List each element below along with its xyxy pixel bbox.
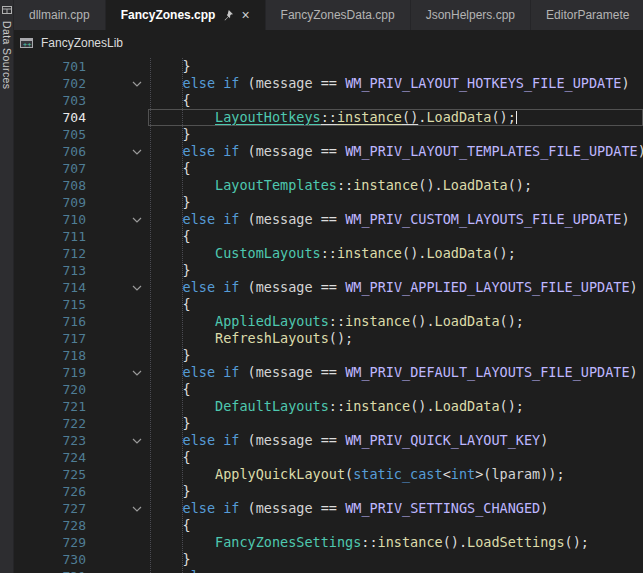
code-line: 711 {: [14, 228, 643, 245]
code-text[interactable]: LayoutTemplates::instance().LoadData();: [148, 177, 643, 194]
pin-icon[interactable]: [222, 9, 234, 21]
code-text[interactable]: }: [148, 194, 643, 211]
line-number: 731: [14, 568, 86, 573]
code-line: 702 else if (message == WM_PRIV_LAYOUT_H…: [14, 75, 643, 92]
fold-margin: [86, 381, 148, 398]
code-text[interactable]: else if (message == WM_PRIV_DEFAULT_LAYO…: [148, 364, 643, 381]
code-text[interactable]: else if (message == WM_PRIV_CUSTOM_LAYOU…: [148, 211, 643, 228]
code-line: 713 }: [14, 262, 643, 279]
code-text[interactable]: }: [148, 347, 643, 364]
data-sources-icon: [2, 5, 12, 15]
fold-margin: [86, 228, 148, 245]
fold-chevron-icon[interactable]: [86, 500, 148, 517]
code-line: 705 }: [14, 126, 643, 143]
line-number: 709: [14, 194, 86, 211]
line-number: 710: [14, 211, 86, 228]
line-number: 716: [14, 313, 86, 330]
fold-margin: [86, 330, 148, 347]
line-number: 722: [14, 415, 86, 432]
fold-chevron-icon[interactable]: [86, 75, 148, 92]
code-text[interactable]: else if (message == WM_PRIV_APPLIED_LAYO…: [148, 279, 643, 296]
code-text[interactable]: {: [148, 449, 643, 466]
fold-margin: [86, 551, 148, 568]
tab-dllmain.cpp[interactable]: dllmain.cpp: [14, 0, 106, 30]
code-line: 731 else: [14, 568, 643, 573]
tab-label: FancyZones.cpp: [121, 8, 216, 22]
code-text[interactable]: {: [148, 296, 643, 313]
code-line: 708 LayoutTemplates::instance().LoadData…: [14, 177, 643, 194]
code-line: 720 {: [14, 381, 643, 398]
code-editor: 701 }702 else if (message == WM_PRIV_LAY…: [14, 56, 643, 573]
fold-margin: [86, 245, 148, 262]
fold-chevron-icon[interactable]: [86, 279, 148, 296]
line-number: 707: [14, 160, 86, 177]
fold-chevron-icon[interactable]: [86, 143, 148, 160]
fold-margin: [86, 109, 148, 126]
code-text[interactable]: else if (message == WM_PRIV_SETTINGS_CHA…: [148, 500, 643, 517]
line-number: 720: [14, 381, 86, 398]
code-line: 729 FancyZonesSettings::instance().LoadS…: [14, 534, 643, 551]
code-text[interactable]: {: [148, 228, 643, 245]
fold-margin: [86, 347, 148, 364]
fold-margin: [86, 313, 148, 330]
line-number: 714: [14, 279, 86, 296]
close-icon[interactable]: ×: [241, 8, 249, 22]
code-lines: 701 }702 else if (message == WM_PRIV_LAY…: [14, 58, 643, 573]
line-number: 718: [14, 347, 86, 364]
code-text[interactable]: }: [148, 126, 643, 143]
fold-chevron-icon[interactable]: [86, 432, 148, 449]
code-text[interactable]: }: [148, 483, 643, 500]
code-text[interactable]: LayoutHotkeys::instance().LoadData();: [148, 109, 643, 126]
navigation-bar[interactable]: ++ FancyZonesLib: [14, 30, 643, 56]
project-icon: ++: [19, 35, 35, 51]
code-line: 721 DefaultLayouts::instance().LoadData(…: [14, 398, 643, 415]
code-text[interactable]: }: [148, 551, 643, 568]
code-text[interactable]: RefreshLayouts();: [148, 330, 643, 347]
tab-FancyZonesData.cpp[interactable]: FancyZonesData.cpp: [266, 0, 411, 30]
code-text[interactable]: else if (message == WM_PRIV_LAYOUT_HOTKE…: [148, 75, 643, 92]
code-text[interactable]: }: [148, 262, 643, 279]
code-text[interactable]: CustomLayouts::instance().LoadData();: [148, 245, 643, 262]
fold-margin: [86, 160, 148, 177]
fold-margin: [86, 449, 148, 466]
line-number: 715: [14, 296, 86, 313]
code-text[interactable]: {: [148, 160, 643, 177]
fold-margin: [86, 398, 148, 415]
line-number: 727: [14, 500, 86, 517]
line-number: 711: [14, 228, 86, 245]
code-text[interactable]: ApplyQuickLayout(static_cast<int>(lparam…: [148, 466, 643, 483]
tab-label: EditorParamete: [546, 8, 629, 22]
code-text[interactable]: else if (message == WM_PRIV_LAYOUT_TEMPL…: [148, 143, 643, 160]
line-number: 723: [14, 432, 86, 449]
code-text[interactable]: else: [148, 568, 643, 573]
tab-label: JsonHelpers.cpp: [426, 8, 515, 22]
fold-margin: [86, 534, 148, 551]
code-text[interactable]: else if (message == WM_PRIV_QUICK_LAYOUT…: [148, 432, 643, 449]
line-number: 703: [14, 92, 86, 109]
fold-chevron-icon[interactable]: [86, 364, 148, 381]
line-number: 717: [14, 330, 86, 347]
fold-chevron-icon[interactable]: [86, 211, 148, 228]
code-text[interactable]: {: [148, 92, 643, 109]
code-line: 710 else if (message == WM_PRIV_CUSTOM_L…: [14, 211, 643, 228]
code-text[interactable]: FancyZonesSettings::instance().LoadSetti…: [148, 534, 643, 551]
line-number: 724: [14, 449, 86, 466]
tab-bar: dllmain.cppFancyZones.cpp×FancyZonesData…: [14, 0, 643, 30]
collapsed-tool-window-data-sources[interactable]: Data Sources: [0, 0, 14, 573]
code-text[interactable]: }: [148, 58, 643, 75]
editor-group: dllmain.cppFancyZones.cpp×FancyZonesData…: [14, 0, 643, 573]
line-number: 706: [14, 143, 86, 160]
fold-margin: [86, 262, 148, 279]
code-text[interactable]: {: [148, 517, 643, 534]
code-text[interactable]: DefaultLayouts::instance().LoadData();: [148, 398, 643, 415]
tab-EditorParamete[interactable]: EditorParamete: [531, 0, 643, 30]
code-text[interactable]: }: [148, 415, 643, 432]
tab-label: dllmain.cpp: [29, 8, 90, 22]
code-text[interactable]: {: [148, 381, 643, 398]
tab-JsonHelpers.cpp[interactable]: JsonHelpers.cpp: [411, 0, 531, 30]
tab-FancyZones.cpp[interactable]: FancyZones.cpp×: [106, 0, 266, 30]
line-number: 712: [14, 245, 86, 262]
line-number: 726: [14, 483, 86, 500]
code-text[interactable]: AppliedLayouts::instance().LoadData();: [148, 313, 643, 330]
fold-margin: [86, 483, 148, 500]
